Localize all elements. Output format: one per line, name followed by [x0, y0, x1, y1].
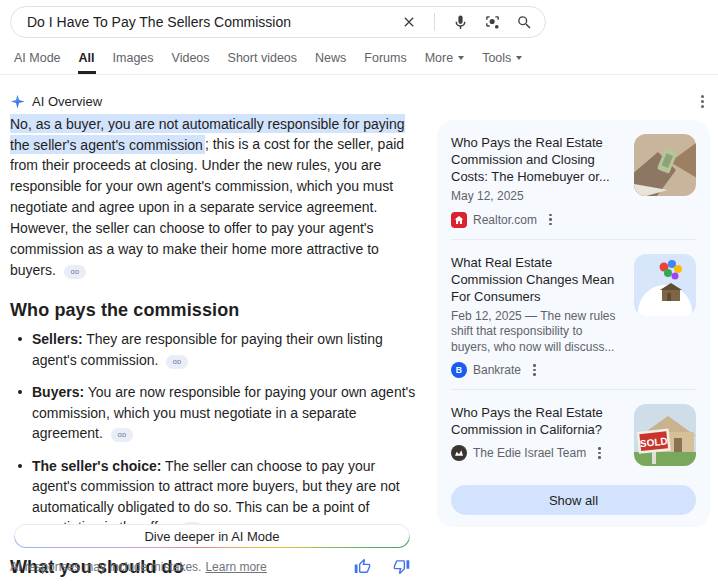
- source-card-title: Who Pays the Real Estate Commission and …: [451, 134, 624, 185]
- tab-videos[interactable]: Videos: [171, 44, 211, 74]
- clear-icon[interactable]: [400, 13, 418, 31]
- ai-overview-body: No, as a buyer, you are not automaticall…: [10, 113, 418, 585]
- svg-text:B: B: [456, 365, 462, 375]
- article-thumbnail: [634, 254, 696, 316]
- tab-all[interactable]: All: [78, 44, 96, 74]
- tab-tools-label: Tools: [482, 51, 511, 65]
- chevron-down-icon: [516, 56, 522, 60]
- intro-rest: ; this is a cost for the seller, paid fr…: [10, 136, 404, 278]
- thumbs-down-icon[interactable]: [393, 558, 410, 575]
- result-tabs: AI Mode All Images Videos Short videos N…: [0, 44, 718, 75]
- source-card-title: Who Pays the Real Estate Commission in C…: [451, 404, 624, 438]
- show-all-button[interactable]: Show all: [451, 485, 696, 515]
- tab-news[interactable]: News: [314, 44, 347, 74]
- card-overflow-menu-icon[interactable]: [592, 445, 607, 461]
- disclaimer-text: AI responses may include mistakes.: [10, 560, 201, 574]
- edie-israel-favicon-icon: [451, 445, 467, 461]
- bullet-list: Sellers: They are responsible for paying…: [10, 329, 418, 538]
- article-thumbnail: SOLD: [634, 404, 696, 466]
- tab-forums[interactable]: Forums: [363, 44, 407, 74]
- sparkle-icon: [10, 94, 25, 109]
- source-name: The Edie Israel Team: [473, 446, 586, 460]
- source-name: Realtor.com: [473, 213, 537, 227]
- tab-short-videos[interactable]: Short videos: [227, 44, 298, 74]
- section-heading: Who pays the commission: [10, 300, 418, 321]
- search-input-value: Do I Have To Pay The Sellers Commission: [27, 14, 400, 30]
- intro-paragraph: No, as a buyer, you are not automaticall…: [10, 113, 418, 281]
- ai-overview-footer: AI responses may include mistakes. Learn…: [10, 558, 410, 575]
- thumbs-up-icon[interactable]: [354, 558, 371, 575]
- source-card[interactable]: Who Pays the Real Estate Commission and …: [437, 120, 710, 239]
- dive-deeper-label: Dive deeper in AI Mode: [15, 525, 409, 547]
- ai-overview-header: AI Overview: [10, 93, 710, 110]
- source-card-title: What Real Estate Commission Changes Mean…: [451, 254, 624, 305]
- tab-tools[interactable]: Tools: [481, 44, 523, 74]
- bankrate-favicon-icon: B: [451, 362, 467, 378]
- card-overflow-menu-icon[interactable]: [543, 212, 558, 228]
- source-name: Bankrate: [473, 363, 521, 377]
- chevron-down-icon: [458, 56, 464, 60]
- list-item: Sellers: They are responsible for paying…: [10, 329, 418, 370]
- source-link-chip[interactable]: [64, 265, 86, 279]
- search-results-page: Do I Have To Pay The Sellers Commission: [0, 0, 718, 585]
- source-link-chip[interactable]: [166, 355, 188, 369]
- tab-more[interactable]: More: [424, 44, 465, 74]
- tab-images[interactable]: Images: [112, 44, 155, 74]
- tab-more-label: More: [425, 51, 453, 65]
- search-bar-divider: [434, 13, 435, 31]
- article-thumbnail: [634, 134, 696, 196]
- source-card[interactable]: Who Pays the Real Estate Commission in C…: [437, 390, 710, 477]
- ai-overview-label: AI Overview: [32, 94, 102, 109]
- list-item: Buyers: You are now responsible for payi…: [10, 382, 418, 444]
- microphone-icon[interactable]: [451, 13, 469, 31]
- dive-deeper-button[interactable]: Dive deeper in AI Mode: [14, 524, 410, 548]
- search-input[interactable]: Do I Have To Pay The Sellers Commission: [10, 6, 546, 38]
- learn-more-link[interactable]: Learn more: [205, 560, 266, 574]
- overflow-menu-icon[interactable]: [695, 93, 710, 110]
- card-overflow-menu-icon[interactable]: [527, 362, 542, 378]
- tab-ai-mode[interactable]: AI Mode: [13, 44, 62, 74]
- source-card-snippet: Feb 12, 2025 — The new rules shift that …: [451, 309, 624, 356]
- related-sources-panel: Who Pays the Real Estate Commission and …: [437, 120, 710, 527]
- realtor-favicon-icon: [451, 212, 467, 228]
- source-card[interactable]: What Real Estate Commission Changes Mean…: [437, 240, 710, 390]
- source-card-date: May 12, 2025: [451, 189, 624, 205]
- lens-icon[interactable]: [483, 13, 501, 31]
- search-icon[interactable]: [515, 13, 533, 31]
- source-link-chip[interactable]: [111, 428, 133, 442]
